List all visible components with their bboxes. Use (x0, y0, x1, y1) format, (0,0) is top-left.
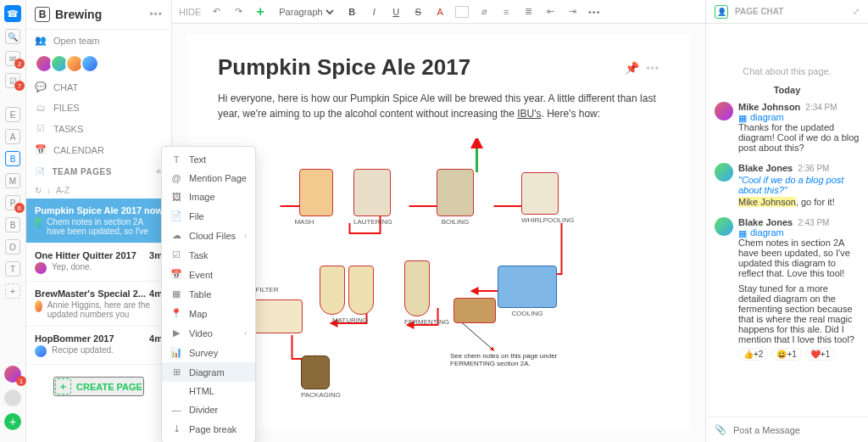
team-o[interactable]: O (5, 239, 20, 255)
avatar (35, 300, 42, 312)
doc-more-icon[interactable]: ••• (646, 62, 659, 74)
team-p[interactable]: P6 (5, 195, 20, 210)
user-avatar-2[interactable] (4, 389, 21, 406)
add-button[interactable]: + (4, 413, 21, 430)
avatar[interactable] (81, 54, 99, 73)
diagram-icon: ⊞ (170, 366, 182, 378)
insert-map[interactable]: 📍Map (162, 304, 255, 323)
mention[interactable]: Mike Johnson (738, 197, 796, 207)
task-icon: ☑ (170, 249, 182, 260)
refresh-icon[interactable]: ↻ (35, 186, 42, 195)
team-letter: B (35, 7, 50, 22)
strike-button[interactable]: S (411, 4, 425, 20)
team-t[interactable]: T (5, 261, 20, 277)
underline-button[interactable]: U (389, 4, 403, 20)
team-b[interactable]: B (5, 151, 20, 166)
page-item[interactable]: One Hitter Quitter 20173m Yep, done. (26, 243, 171, 282)
insert-html[interactable]: HTML (162, 382, 255, 400)
team-sidebar: B Brewing ••• 👥 Open team 💬CHAT 🗂FILES ☑… (26, 0, 172, 442)
team-m[interactable]: M (5, 173, 20, 188)
insert-file[interactable]: 📄File (162, 206, 255, 226)
nav-calendar[interactable]: 📅CALENDAR (26, 139, 171, 160)
nav-files[interactable]: 🗂FILES (26, 98, 171, 118)
page-chat-icon: 👤 (715, 5, 728, 19)
sort-direction-icon[interactable]: ↓ (47, 186, 51, 195)
insert-video[interactable]: ▶Video› (162, 323, 255, 343)
divider-icon: — (170, 405, 182, 415)
team-b2[interactable]: B (5, 217, 20, 232)
bullet-list-icon[interactable]: ≡ (499, 4, 513, 20)
avatar (35, 262, 47, 274)
insert-page-break[interactable]: ⤓Page break (162, 419, 255, 439)
text-color-button[interactable]: A (433, 4, 447, 20)
diagram-link[interactable]: ▦diagram (738, 227, 860, 238)
page-item[interactable]: HopBommer 20174m Recipe updated. (26, 327, 171, 365)
insert-diagram[interactable]: ⊞Diagram (162, 362, 255, 382)
nav-tasks[interactable]: ☑TASKS (26, 118, 171, 139)
diagram-link[interactable]: ▦diagram (738, 112, 860, 122)
rail-tasks-icon[interactable]: ☑7 (5, 73, 20, 88)
insert-survey[interactable]: 📊Survey (162, 343, 255, 362)
insert-text[interactable]: TText (162, 150, 255, 169)
team-name: Brewing (55, 8, 149, 21)
clear-format-icon[interactable]: ⌀ (477, 4, 491, 20)
open-team-row[interactable]: 👥 Open team (26, 30, 171, 51)
create-page-button[interactable]: ＋ CREATE PAGE (53, 377, 144, 396)
redo-icon[interactable]: ↷ (231, 4, 245, 20)
insert-mention-page[interactable]: @Mention Page (162, 169, 255, 187)
chat-input-field[interactable] (733, 425, 860, 435)
insert-divider[interactable]: —Divider (162, 400, 255, 419)
break-icon: ⤓ (170, 423, 182, 434)
sort-row[interactable]: ↻ ↓ A-Z (26, 182, 171, 199)
chevron-right-icon: › (244, 232, 247, 240)
team-pages-section: 📄 TEAM PAGES ＋ (26, 160, 171, 182)
brewing-diagram[interactable]: MILLING MASH LAUTERING BOILING WHIRLPOOL… (218, 138, 659, 410)
attach-icon[interactable]: 📎 (715, 424, 726, 435)
outdent-icon[interactable]: ⇤ (543, 4, 557, 20)
highlight-button[interactable] (455, 6, 469, 18)
inbox-icon[interactable]: ✉2 (5, 51, 20, 66)
avatar (35, 345, 47, 357)
insert-table[interactable]: ▦Table (162, 284, 255, 304)
event-icon: 📅 (170, 269, 182, 280)
page-chat-panel: 👤 PAGE CHAT ⤢ Chat about this page. Toda… (705, 0, 868, 442)
undo-icon[interactable]: ↶ (209, 4, 223, 20)
italic-button[interactable]: I (367, 4, 381, 20)
search-icon[interactable]: 🔍 (5, 29, 20, 44)
reactions[interactable]: 👍+2 😀+1 ❤️+1 (738, 348, 860, 361)
page-item[interactable]: BrewMaster's Special 2...4m Annie Higgin… (26, 282, 171, 327)
chevron-right-icon: › (244, 329, 247, 338)
video-icon: ▶ (170, 327, 182, 338)
indent-icon[interactable]: ⇥ (565, 4, 579, 20)
expand-chat-icon[interactable]: ⤢ (853, 7, 860, 16)
more-toolbar-icon[interactable]: ••• (587, 4, 601, 20)
insert-icon[interactable]: + (253, 4, 267, 20)
pin-icon[interactable]: 📌 (625, 61, 639, 75)
phone-icon[interactable]: ☎ (4, 5, 21, 22)
nav-chat[interactable]: 💬CHAT (26, 76, 171, 98)
doc-body[interactable]: Hi everyone, here is how our Pumpkin Spi… (218, 91, 659, 121)
document: Pumpkin Spice Ale 2017 📌 ••• Hi everyone… (187, 34, 690, 430)
hide-button[interactable]: HIDE (179, 4, 201, 20)
add-team-button[interactable]: + (5, 283, 20, 299)
chat-hint: Chat about this page. (715, 66, 860, 76)
number-list-icon[interactable]: ≣ (521, 4, 535, 20)
chat-message: Blake Jones2:36 PM "Cool if we do a blog… (715, 163, 860, 207)
bold-button[interactable]: B (345, 4, 359, 20)
chat-input[interactable]: 📎 (706, 417, 868, 442)
paragraph-select[interactable]: Paragraph (275, 6, 337, 18)
insert-image[interactable]: 🖼Image (162, 187, 255, 206)
chat-message: Mike Johnson2:34 PM ▦diagram Thanks for … (715, 102, 860, 153)
mention-icon: @ (170, 173, 182, 183)
sort-az[interactable]: A-Z (56, 186, 70, 195)
user-avatar-1[interactable]: 1 (4, 366, 21, 383)
insert-event[interactable]: 📅Event (162, 265, 255, 284)
insert-cloud-files[interactable]: ☁Cloud Files› (162, 226, 255, 245)
avatar (35, 217, 42, 229)
team-a[interactable]: A (5, 129, 20, 144)
editor-toolbar: HIDE ↶ ↷ + Paragraph B I U S A ⌀ ≡ ≣ ⇤ ⇥… (172, 0, 705, 24)
team-more-icon[interactable]: ••• (149, 8, 163, 20)
insert-task[interactable]: ☑Task (162, 245, 255, 265)
page-item[interactable]: Pumpkin Spice Ale 2017now Chem notes in … (26, 199, 171, 243)
team-e[interactable]: E (5, 107, 20, 122)
